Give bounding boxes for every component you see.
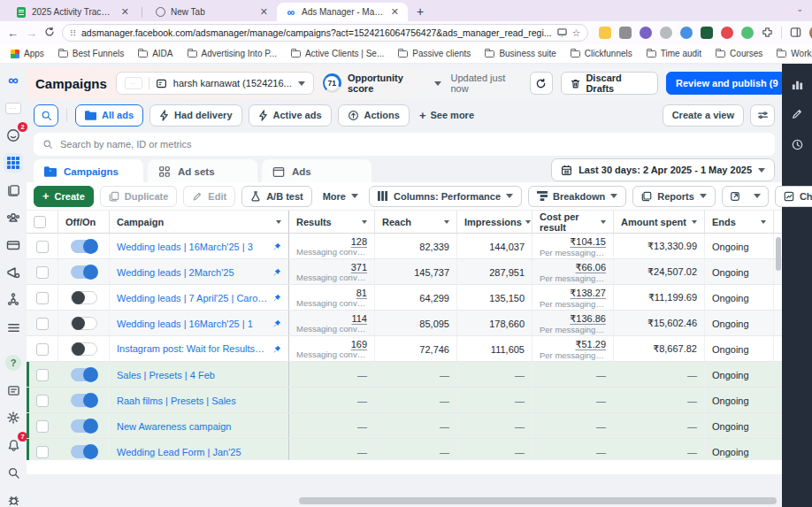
filter-all-ads[interactable]: All ads: [75, 104, 143, 127]
header-select-all[interactable]: [27, 211, 58, 233]
extension-red-icon[interactable]: [721, 27, 733, 39]
campaign-name-link[interactable]: Wedding leads | 7 April'25 | Carousel: [117, 293, 269, 303]
row-checkbox[interactable]: [36, 395, 49, 407]
extension-code-icon[interactable]: [619, 27, 632, 39]
browser-tab-ads-manager[interactable]: ∞ Ads Manager - Manage ads - ✕: [277, 3, 408, 21]
campaign-name-link[interactable]: Instagram post: Wait for Results✨ #raahf…: [117, 343, 269, 355]
bookmark-folder[interactable]: Best Funnels: [58, 49, 124, 58]
history-clock-icon[interactable]: [789, 136, 805, 152]
row-checkbox[interactable]: [36, 446, 49, 458]
campaign-name-link[interactable]: Wedding leads | 2March'25: [117, 267, 269, 278]
results-value[interactable]: 371: [351, 262, 367, 273]
search-global-icon[interactable]: [4, 463, 23, 482]
cost-per-result-value[interactable]: ₹104.15: [570, 236, 606, 248]
header-ends[interactable]: Ends: [705, 211, 774, 233]
extension-blue-icon[interactable]: [680, 27, 693, 39]
row-checkbox[interactable]: [36, 318, 49, 330]
browser-tab-activity-tracker[interactable]: 2025 Activity Tracker - Goog ✕: [7, 3, 138, 21]
cost-per-result-value[interactable]: ₹51.29: [575, 339, 606, 350]
campaign-toggle[interactable]: [71, 342, 97, 356]
search-filter-button[interactable]: [34, 104, 58, 127]
campaign-toggle[interactable]: [71, 265, 97, 279]
horizontal-scrollbar[interactable]: [299, 497, 777, 504]
campaign-toggle[interactable]: [71, 317, 97, 330]
bookmark-folder[interactable]: Clickfunnels: [571, 49, 632, 58]
notifications-bell-icon[interactable]: 7: [4, 435, 23, 455]
header-results[interactable]: Results: [289, 211, 375, 233]
header-reach[interactable]: Reach: [375, 211, 457, 233]
tab-ad-sets[interactable]: Ad sets: [148, 159, 257, 184]
collapsed-menu-icon[interactable]: ---: [4, 98, 23, 118]
sidebar-item-pages-icon[interactable]: [4, 181, 23, 200]
all-tools-menu-icon[interactable]: [4, 318, 23, 337]
bookmark-folder[interactable]: Workshop: [777, 49, 812, 58]
filter-actions[interactable]: Actions: [338, 104, 410, 127]
campaign-toggle[interactable]: [71, 240, 97, 253]
ad-account-selector[interactable]: -- harsh karnawat (1524216...: [116, 72, 314, 95]
new-tab-button[interactable]: +: [417, 4, 424, 19]
sidebar-item-ads-settings-icon[interactable]: [4, 263, 23, 282]
search-input[interactable]: [60, 139, 766, 150]
reports-button[interactable]: Reports: [632, 186, 716, 207]
campaign-toggle[interactable]: [71, 394, 97, 407]
extension-plus-icon[interactable]: [741, 27, 754, 39]
date-range-selector[interactable]: Last 30 days: 2 Apr 2025 - 1 May 2025: [551, 158, 775, 181]
header-cost-per-result[interactable]: Cost per result: [532, 211, 614, 233]
bookmark-folder[interactable]: Advertising Into P...: [188, 49, 277, 58]
updates-icon[interactable]: [4, 380, 23, 400]
extensions-puzzle-icon[interactable]: [762, 27, 773, 40]
cost-per-result-value[interactable]: ₹136.86: [570, 313, 606, 325]
view-settings-button[interactable]: [750, 104, 775, 127]
bookmark-folder[interactable]: Passive clients: [398, 49, 471, 58]
campaign-name-link[interactable]: Wedding leads | 16March'25 | 1: [117, 319, 269, 329]
tab-close-icon[interactable]: ✕: [389, 6, 401, 18]
sidebar-item-collaboration-icon[interactable]: [4, 290, 23, 310]
campaign-name-link[interactable]: Sales | Presets | 4 Feb: [117, 370, 281, 380]
row-checkbox[interactable]: [36, 266, 49, 279]
results-value[interactable]: 128: [351, 236, 367, 247]
bookmark-folder[interactable]: Courses: [716, 49, 762, 58]
row-checkbox[interactable]: [36, 241, 49, 253]
create-button[interactable]: +Create: [34, 186, 94, 207]
forward-icon[interactable]: →: [26, 27, 37, 40]
breakdown-button[interactable]: Breakdown: [528, 186, 626, 207]
settings-gear-icon[interactable]: [4, 408, 23, 427]
header-amount-spent[interactable]: Amount spent: [614, 211, 705, 233]
help-icon[interactable]: ?: [4, 353, 23, 373]
results-value[interactable]: 81: [356, 288, 367, 298]
export-options-button[interactable]: [747, 186, 769, 207]
site-settings-icon[interactable]: ⁝⁝: [70, 27, 76, 39]
bookmark-folder[interactable]: Active Clients | Se...: [291, 49, 384, 58]
campaign-toggle[interactable]: [71, 368, 97, 381]
row-checkbox[interactable]: [36, 369, 49, 381]
campaign-toggle[interactable]: [71, 291, 97, 304]
tab-close-icon[interactable]: ✕: [258, 6, 270, 18]
discard-drafts-button[interactable]: Discard Drafts: [561, 72, 658, 95]
bookmark-star-icon[interactable]: ☆: [572, 27, 581, 39]
extension-gear-icon[interactable]: [640, 27, 652, 39]
campaign-name-link[interactable]: Wedding leads | 16March'25 | 3: [117, 242, 269, 252]
address-bar[interactable]: ⁝⁝ adsmanager.facebook.com/adsmanager/ma…: [62, 24, 588, 42]
side-panel-icon[interactable]: [790, 27, 801, 40]
more-button[interactable]: More: [318, 186, 363, 207]
meta-logo-icon[interactable]: ∞: [4, 71, 23, 90]
duplicate-button[interactable]: Duplicate: [100, 186, 178, 207]
row-checkbox[interactable]: [36, 292, 49, 304]
browser-tab-new-tab[interactable]: New Tab ✕: [146, 3, 277, 21]
tab-search-chevron-icon[interactable]: ⌄: [796, 4, 803, 13]
reload-icon[interactable]: [44, 27, 55, 40]
cost-per-result-value[interactable]: ₹138.27: [570, 288, 606, 299]
cost-per-result-value[interactable]: ₹66.06: [575, 262, 606, 273]
campaign-name-link[interactable]: Raah films | Presets | Sales: [117, 396, 281, 406]
campaign-name-link[interactable]: Wedding Lead Form | Jan'25: [117, 447, 281, 457]
edit-button[interactable]: Edit: [183, 186, 235, 207]
charts-button[interactable]: Charts: [775, 186, 812, 207]
tab-campaigns[interactable]: Campaigns: [34, 159, 143, 184]
results-value[interactable]: 114: [351, 313, 367, 324]
filter-active-ads[interactable]: Active ads: [249, 104, 332, 127]
refresh-button[interactable]: [530, 72, 554, 95]
extension-green-box-icon[interactable]: [701, 27, 713, 39]
bookmark-folder[interactable]: Time audit: [647, 49, 701, 58]
tab-close-icon[interactable]: ✕: [119, 6, 131, 18]
campaign-name-link[interactable]: New Awareness campaign: [117, 421, 281, 432]
